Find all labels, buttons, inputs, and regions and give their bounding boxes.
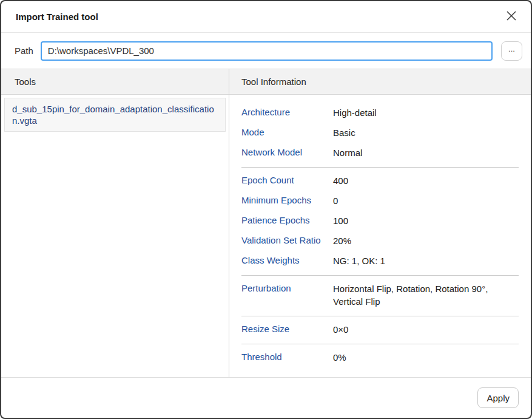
tools-panel: Tools d_sub_15pin_for_domain_adaptation_… [1, 69, 229, 377]
group-divider [241, 316, 519, 316]
dialog-title: Import Trained tool [16, 12, 503, 22]
info-label: Mode [241, 128, 333, 139]
info-row: PerturbationHorizontal Flip, Rotation, R… [241, 279, 519, 312]
info-row: Network ModelNormal [241, 143, 519, 163]
info-label: Minimum Epochs [241, 196, 333, 207]
info-label: Resize Size [241, 324, 333, 336]
info-label: Patience Epochs [241, 216, 333, 227]
path-input[interactable] [41, 41, 493, 61]
info-value: NG: 1, OK: 1 [333, 254, 519, 267]
close-button[interactable] [503, 9, 520, 26]
info-value: 0×0 [333, 323, 519, 336]
info-row: Threshold0% [241, 348, 519, 368]
info-label: Threshold [241, 352, 333, 364]
info-value: 0% [333, 351, 519, 364]
footer: Apply [1, 377, 531, 418]
group-divider [241, 344, 519, 344]
info-row: Minimum Epochs0 [241, 191, 519, 211]
tool-information-panel: Tool Information ArchitectureHigh-detail… [229, 69, 531, 377]
group-divider [241, 167, 519, 168]
close-icon [506, 10, 517, 23]
tool-information-header: Tool Information [229, 69, 531, 95]
info-value: Normal [333, 146, 519, 159]
info-row: ModeBasic [241, 123, 519, 143]
info-label: Network Model [241, 148, 333, 159]
info-value: 400 [333, 174, 519, 187]
info-row: Resize Size0×0 [241, 320, 519, 340]
import-trained-tool-dialog: Import Trained tool Path ... Tools d_sub… [0, 0, 532, 419]
title-bar: Import Trained tool [1, 1, 531, 33]
info-value: 0 [333, 194, 519, 207]
info-value: 100 [333, 214, 519, 227]
tools-panel-header: Tools [1, 69, 229, 95]
info-value: Horizontal Flip, Rotation, Rotation 90°,… [333, 282, 519, 308]
info-row: Validation Set Ratio20% [241, 231, 519, 251]
info-value: Basic [333, 126, 519, 139]
info-label: Class Weights [241, 256, 333, 267]
info-row: Class WeightsNG: 1, OK: 1 [241, 251, 519, 271]
info-row: ArchitectureHigh-detail [241, 103, 519, 123]
info-label: Perturbation [241, 284, 333, 308]
info-label: Epoch Count [241, 175, 333, 187]
info-value: 20% [333, 234, 519, 247]
path-label: Path [15, 46, 33, 56]
tool-info-table: ArchitectureHigh-detailModeBasicNetwork … [229, 95, 531, 368]
content-area: Tools d_sub_15pin_for_domain_adaptation_… [1, 69, 531, 377]
apply-button[interactable]: Apply [477, 387, 519, 408]
info-row: Epoch Count400 [241, 171, 519, 191]
browse-button[interactable]: ... [501, 41, 522, 61]
tools-list: d_sub_15pin_for_domain_adaptation_classi… [1, 95, 229, 135]
path-row: Path ... [1, 33, 531, 69]
info-value: High-detail [333, 106, 519, 119]
group-divider [241, 275, 519, 276]
tool-list-item[interactable]: d_sub_15pin_for_domain_adaptation_classi… [4, 98, 226, 132]
info-row: Patience Epochs100 [241, 211, 519, 231]
info-label: Validation Set Ratio [241, 236, 333, 247]
info-label: Architecture [241, 107, 333, 119]
